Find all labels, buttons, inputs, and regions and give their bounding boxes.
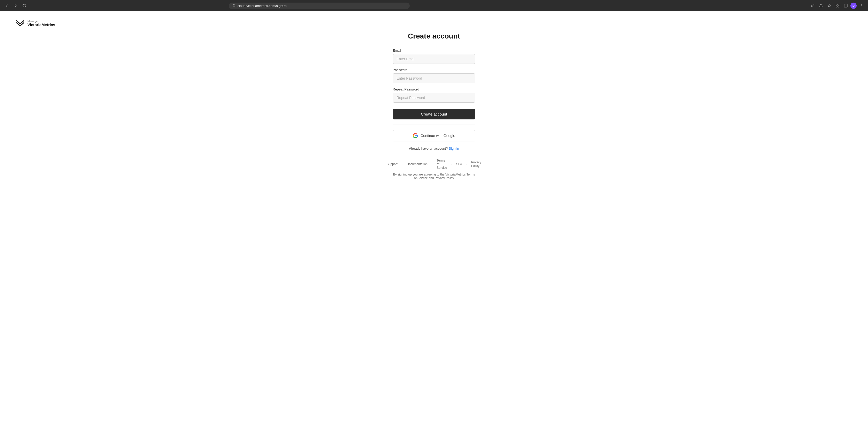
create-account-button[interactable]: Create account <box>393 109 475 119</box>
documentation-link[interactable]: Documentation <box>407 162 428 166</box>
email-label: Email <box>393 49 475 53</box>
terms-link[interactable]: Terms of Service <box>437 159 447 169</box>
google-icon <box>413 133 418 138</box>
main-container: Create account Email Password Repeat Pas… <box>0 11 868 195</box>
svg-rect-6 <box>844 4 847 7</box>
logo-text: Managed VictoriaMetrics <box>27 20 55 27</box>
user-avatar[interactable]: D <box>850 3 857 9</box>
svg-rect-4 <box>836 6 837 7</box>
window-button[interactable] <box>842 2 849 9</box>
divider <box>393 125 475 125</box>
refresh-button[interactable] <box>21 2 28 9</box>
repeat-password-input[interactable] <box>393 93 475 103</box>
share-button[interactable] <box>817 2 825 9</box>
support-link[interactable]: Support <box>387 162 398 166</box>
separator-2: · <box>432 162 432 166</box>
repeat-password-group: Repeat Password <box>393 87 475 103</box>
logo[interactable]: Managed VictoriaMetrics <box>16 19 55 28</box>
google-signin-button[interactable]: Continue with Google <box>393 130 475 141</box>
svg-point-7 <box>861 4 862 5</box>
page-title: Create account <box>408 32 460 40</box>
forward-button[interactable] <box>12 2 19 9</box>
browser-chrome: cloud.victoriametrics.com/signUp D <box>0 0 868 11</box>
svg-rect-5 <box>838 6 839 7</box>
star-button[interactable] <box>826 2 833 9</box>
logo-icon <box>16 19 25 28</box>
email-input[interactable] <box>393 54 475 64</box>
signup-form: Email Password Repeat Password Create ac… <box>393 49 475 180</box>
page-content: Managed VictoriaMetrics Create account E… <box>0 11 868 442</box>
logo-managed: Managed <box>27 20 55 23</box>
svg-point-1 <box>811 5 813 7</box>
more-button[interactable] <box>858 2 865 9</box>
extensions-button[interactable] <box>834 2 841 9</box>
svg-rect-3 <box>838 4 839 5</box>
back-button[interactable] <box>3 2 10 9</box>
lock-icon <box>232 4 236 8</box>
svg-point-9 <box>861 7 862 7</box>
signin-link[interactable]: Sign in <box>449 147 459 151</box>
browser-actions: D <box>809 2 865 9</box>
already-account-text: Already have an account? <box>409 147 448 151</box>
privacy-link[interactable]: Privacy Policy <box>471 160 481 168</box>
svg-point-8 <box>861 5 862 6</box>
password-label: Password <box>393 68 475 72</box>
password-group: Password <box>393 68 475 83</box>
sla-link[interactable]: SLA <box>456 162 462 166</box>
svg-rect-2 <box>836 4 837 5</box>
svg-rect-0 <box>233 5 235 7</box>
separator-3: · <box>451 162 452 166</box>
browser-nav <box>3 2 28 9</box>
footer-links: Support · Documentation · Terms of Servi… <box>393 159 475 169</box>
key-icon-button[interactable] <box>809 2 816 9</box>
address-bar[interactable]: cloud.victoriametrics.com/signUp <box>229 3 410 9</box>
url-text: cloud.victoriametrics.com/signUp <box>238 4 406 8</box>
google-button-label: Continue with Google <box>421 134 455 138</box>
password-input[interactable] <box>393 73 475 83</box>
email-group: Email <box>393 49 475 64</box>
signin-prompt: Already have an account? Sign in <box>393 147 475 151</box>
repeat-password-label: Repeat Password <box>393 87 475 91</box>
terms-text: By signing up you are agreeing to the Vi… <box>393 173 475 180</box>
separator-1: · <box>402 162 402 166</box>
separator-4: · <box>466 162 467 166</box>
logo-brand: VictoriaMetrics <box>27 23 55 27</box>
